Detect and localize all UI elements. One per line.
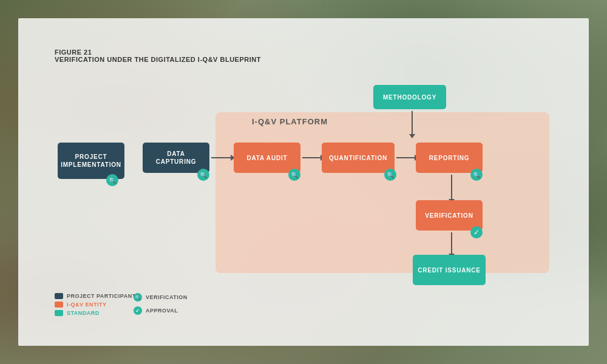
legend-orange-box bbox=[55, 302, 63, 308]
figure-label: FIGURE 21 bbox=[55, 49, 261, 56]
legend-standard: STANDARD bbox=[55, 310, 136, 316]
legend: PROJECT PARTICIPANT I-Q&V ENTITY STANDAR… bbox=[55, 293, 136, 318]
legend-verification-icon: 🔍 bbox=[134, 293, 142, 302]
legend-dark-box bbox=[55, 293, 63, 299]
data-capturing-box: DATA CAPTURING bbox=[143, 143, 209, 173]
data-audit-search-icon[interactable]: 🔍 bbox=[288, 169, 300, 181]
arrow-r-v bbox=[449, 175, 455, 203]
legend-standard-label: STANDARD bbox=[67, 310, 100, 316]
legend-approval-icon-row: ✓ APPROVAL bbox=[134, 306, 188, 315]
project-implementation-box: PROJECTIMPLEMENTATION bbox=[58, 143, 124, 179]
arrow-meth-down bbox=[409, 111, 415, 138]
quantification-search-icon[interactable]: 🔍 bbox=[384, 169, 396, 181]
platform-box bbox=[215, 112, 549, 273]
main-card: FIGURE 21 VERIFICATION UNDER THE DIGITAL… bbox=[18, 18, 589, 346]
legend-approval-icon: ✓ bbox=[134, 306, 142, 315]
data-capturing-label: DATA CAPTURING bbox=[146, 150, 206, 166]
legend-iqv-entity: I-Q&V ENTITY bbox=[55, 302, 136, 308]
data-audit-label: DATA AUDIT bbox=[247, 155, 288, 161]
diagram: I-Q&V PLATFORM PROJECTIMPLEMENTATION 🔍 D… bbox=[52, 76, 555, 285]
reporting-box: REPORTING bbox=[416, 143, 483, 173]
credit-issuance-label: CREDIT ISSUANCE bbox=[418, 267, 481, 274]
data-capturing-search-icon[interactable]: 🔍 bbox=[197, 169, 209, 181]
methodology-label: METHODOLOGY bbox=[383, 94, 436, 101]
methodology-box: METHODOLOGY bbox=[373, 85, 446, 109]
verification-check-icon[interactable]: ✓ bbox=[470, 226, 483, 238]
legend-verification-icon-row: 🔍 VERIFICATION bbox=[134, 293, 188, 302]
figure-header: FIGURE 21 VERIFICATION UNDER THE DIGITAL… bbox=[55, 49, 261, 63]
platform-label: I-Q&V PLATFORM bbox=[252, 117, 328, 126]
quantification-label: QUANTIFICATION bbox=[329, 155, 387, 161]
legend-verification-text: VERIFICATION bbox=[146, 294, 188, 300]
verification-label: VERIFICATION bbox=[425, 212, 473, 219]
quantification-box: QUANTIFICATION bbox=[322, 143, 395, 173]
legend-iqv-entity-label: I-Q&V ENTITY bbox=[67, 302, 107, 308]
arrow-dc-da bbox=[211, 155, 235, 161]
credit-issuance-box: CREDIT ISSUANCE bbox=[413, 255, 486, 285]
figure-title: VERIFICATION UNDER THE DIGITALIZED I-Q&V… bbox=[55, 56, 261, 63]
reporting-search-icon[interactable]: 🔍 bbox=[470, 169, 483, 181]
legend-approval-text: APPROVAL bbox=[146, 308, 178, 314]
data-audit-box: DATA AUDIT bbox=[234, 143, 300, 173]
legend-project-participant: PROJECT PARTICIPANT bbox=[55, 293, 136, 299]
project-implementation-label: PROJECTIMPLEMENTATION bbox=[61, 153, 121, 169]
arrow-v-ci bbox=[449, 232, 455, 258]
reporting-label: REPORTING bbox=[429, 155, 470, 161]
project-implementation-search-icon[interactable]: 🔍 bbox=[106, 174, 118, 186]
verification-box: VERIFICATION bbox=[416, 200, 483, 231]
legend-teal-box bbox=[55, 310, 63, 316]
legend-project-participant-label: PROJECT PARTICIPANT bbox=[67, 293, 136, 299]
